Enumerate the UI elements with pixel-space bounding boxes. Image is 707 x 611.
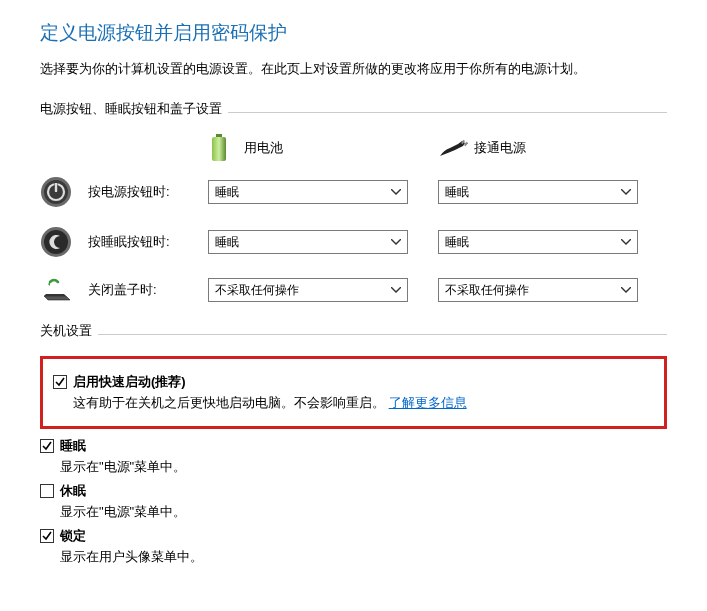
label-hibernate-option: 休眠: [60, 482, 86, 500]
desc-fast-startup: 这有助于在关机之后更快地启动电脑。不会影响重启。 了解更多信息: [73, 394, 654, 412]
select-sleep-battery[interactable]: 睡眠: [208, 230, 408, 254]
link-learn-more[interactable]: 了解更多信息: [389, 395, 467, 410]
header-ac: 接通电源: [474, 139, 526, 157]
laptop-lid-icon: [40, 276, 74, 304]
group-shutdown-label: 关机设置: [40, 322, 98, 340]
battery-icon: [208, 134, 244, 162]
select-value: 不采取任何操作: [445, 282, 529, 299]
desc-fast-startup-text: 这有助于在关机之后更快地启动电脑。不会影响重启。: [73, 395, 385, 410]
select-power-battery[interactable]: 睡眠: [208, 180, 408, 204]
power-icon: [40, 176, 72, 208]
row-lock-option: 锁定: [40, 527, 667, 545]
page-title: 定义电源按钮并启用密码保护: [40, 20, 667, 46]
chevron-down-icon: [621, 189, 631, 195]
group-buttons-label: 电源按钮、睡眠按钮和盖子设置: [40, 100, 228, 118]
chevron-down-icon: [391, 189, 401, 195]
row-hibernate-option: 休眠: [40, 482, 667, 500]
label-sleep-option: 睡眠: [60, 437, 86, 455]
chevron-down-icon: [621, 239, 631, 245]
row-power-button: 按电源按钮时: 睡眠 睡眠: [40, 176, 667, 208]
svg-rect-1: [212, 137, 226, 161]
select-value: 睡眠: [445, 234, 469, 251]
desc-lock-option: 显示在用户头像菜单中。: [60, 548, 667, 566]
desc-sleep-option: 显示在"电源"菜单中。: [60, 458, 667, 476]
divider: [98, 334, 667, 335]
select-sleep-ac[interactable]: 睡眠: [438, 230, 638, 254]
svg-point-11: [44, 230, 68, 254]
checkbox-hibernate[interactable]: [40, 484, 54, 498]
plug-icon: [438, 138, 474, 158]
svg-rect-3: [464, 142, 468, 146]
moon-icon: [40, 226, 72, 258]
row-close-lid: 关闭盖子时: 不采取任何操作 不采取任何操作: [40, 276, 667, 304]
header-battery: 用电池: [244, 139, 283, 157]
select-value: 睡眠: [215, 184, 239, 201]
divider: [228, 112, 667, 113]
highlight-fast-startup: 启用快速启动(推荐) 这有助于在关机之后更快地启动电脑。不会影响重启。 了解更多…: [40, 356, 667, 429]
column-headers: 用电池 接通电源: [40, 134, 667, 162]
select-value: 睡眠: [215, 234, 239, 251]
checkbox-fast-startup[interactable]: [53, 375, 67, 389]
desc-hibernate-option: 显示在"电源"菜单中。: [60, 503, 667, 521]
select-value: 不采取任何操作: [215, 282, 299, 299]
label-lock-option: 锁定: [60, 527, 86, 545]
row-sleep-option: 睡眠: [40, 437, 667, 455]
checkbox-lock[interactable]: [40, 529, 54, 543]
chevron-down-icon: [391, 239, 401, 245]
chevron-down-icon: [391, 287, 401, 293]
select-power-ac[interactable]: 睡眠: [438, 180, 638, 204]
group-buttons-heading: 电源按钮、睡眠按钮和盖子设置: [40, 100, 667, 122]
checkbox-sleep[interactable]: [40, 439, 54, 453]
group-shutdown-heading: 关机设置: [40, 322, 667, 344]
label-power-button: 按电源按钮时:: [88, 183, 208, 201]
select-lid-battery[interactable]: 不采取任何操作: [208, 278, 408, 302]
page-subtitle: 选择要为你的计算机设置的电源设置。在此页上对设置所做的更改将应用于你所有的电源计…: [40, 60, 667, 78]
label-sleep-button: 按睡眠按钮时:: [88, 233, 208, 251]
svg-rect-0: [216, 134, 222, 137]
select-value: 睡眠: [445, 184, 469, 201]
row-sleep-button: 按睡眠按钮时: 睡眠 睡眠: [40, 226, 667, 258]
select-lid-ac[interactable]: 不采取任何操作: [438, 278, 638, 302]
chevron-down-icon: [621, 287, 631, 293]
label-close-lid: 关闭盖子时:: [88, 281, 208, 299]
label-fast-startup: 启用快速启动(推荐): [73, 373, 186, 391]
